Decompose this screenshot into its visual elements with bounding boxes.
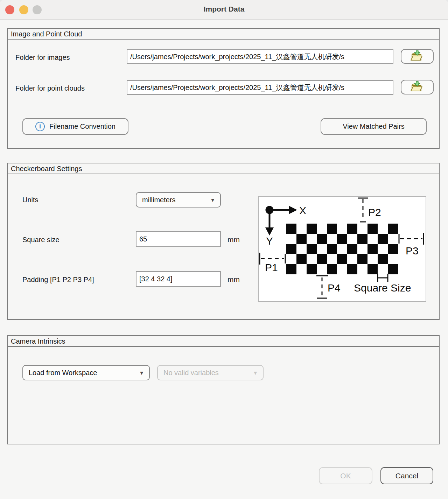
info-icon: i — [35, 122, 45, 131]
camera-intrinsics-panel-title: Camera Intrinsics — [8, 336, 439, 347]
diagram-square-size-label: Square Size — [354, 282, 411, 294]
folder-for-images-label: Folder for images — [15, 53, 70, 62]
units-dropdown-value: millimeters — [142, 196, 176, 204]
p4-label: P4 — [328, 282, 341, 294]
p4-measure — [316, 276, 328, 298]
units-label: Units — [22, 196, 38, 204]
view-matched-pairs-button-label: View Matched Pairs — [343, 122, 404, 131]
y-axis-label: Y — [266, 235, 273, 247]
square-size-input[interactable] — [136, 231, 221, 247]
checkerboard-settings-panel: Checkerboard Settings Units millimeters … — [7, 163, 440, 320]
checkerboard-diagram: X Y P2 P3 — [258, 196, 426, 302]
camera-intrinsics-panel: Camera Intrinsics Load from Workspace ▼ … — [7, 335, 440, 444]
cancel-button[interactable]: Cancel — [380, 467, 433, 484]
square-size-unit-label: mm — [227, 236, 240, 244]
window-title: Import Data — [0, 5, 448, 13]
square-size-measure — [378, 274, 388, 282]
cancel-button-label: Cancel — [396, 472, 418, 480]
chevron-down-icon: ▼ — [253, 370, 258, 376]
title-bar: Import Data — [0, 0, 448, 20]
intrinsics-variables-dropdown[interactable]: No valid variables ▼ — [157, 365, 264, 380]
p3-measure — [399, 233, 424, 245]
chevron-down-icon: ▼ — [139, 370, 144, 376]
filename-convention-button[interactable]: i Filename Convention — [22, 118, 128, 135]
checkerboard-diagram-svg: X Y P2 P3 — [259, 197, 426, 301]
folder-for-images-input[interactable] — [127, 49, 393, 64]
square-size-label: Square size — [22, 236, 59, 244]
intrinsics-source-dropdown-value: Load from Workspace — [29, 369, 97, 377]
checkerboard-settings-panel-title: Checkerboard Settings — [8, 163, 439, 174]
p2-label: P2 — [368, 206, 381, 218]
checkerboard-cells — [286, 224, 398, 274]
units-dropdown[interactable]: millimeters ▼ — [136, 192, 221, 208]
image-point-cloud-panel-title: Image and Point Cloud — [8, 29, 439, 40]
folder-for-point-clouds-label: Folder for point clouds — [15, 84, 85, 92]
ok-button-label: OK — [340, 472, 351, 480]
filename-convention-button-label: Filename Convention — [49, 122, 115, 131]
p3-label: P3 — [406, 245, 419, 256]
folder-import-icon — [410, 50, 425, 63]
intrinsics-variables-dropdown-value: No valid variables — [163, 369, 219, 377]
import-data-dialog: Import Data Image and Point Cloud Folder… — [0, 0, 448, 499]
p2-measure — [358, 198, 368, 222]
image-point-cloud-panel: Image and Point Cloud Folder for images … — [7, 28, 440, 149]
chevron-down-icon: ▼ — [210, 197, 215, 203]
folder-import-icon — [410, 81, 425, 93]
view-matched-pairs-button[interactable]: View Matched Pairs — [321, 118, 427, 135]
browse-point-clouds-folder-button[interactable] — [401, 80, 434, 94]
browse-images-folder-button[interactable] — [401, 49, 434, 64]
padding-input[interactable] — [136, 271, 221, 287]
padding-unit-label: mm — [227, 275, 240, 284]
padding-label: Padding [P1 P2 P3 P4] — [22, 275, 94, 284]
x-axis-label: X — [299, 205, 306, 216]
p1-label: P1 — [265, 262, 278, 273]
intrinsics-source-dropdown[interactable]: Load from Workspace ▼ — [22, 365, 150, 380]
ok-button[interactable]: OK — [319, 467, 372, 484]
folder-for-point-clouds-input[interactable] — [127, 80, 393, 95]
